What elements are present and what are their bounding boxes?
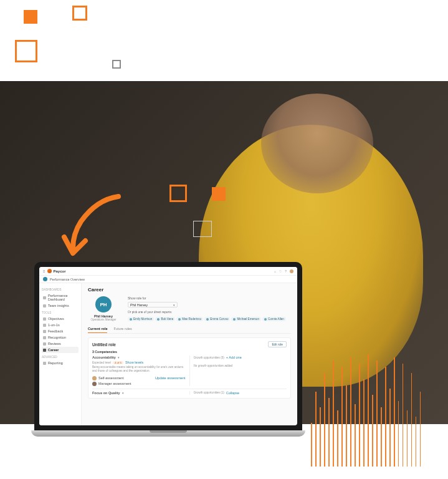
self-assessment-label: Self-assessment — [98, 376, 124, 380]
chip-label: Connie Allen — [268, 317, 284, 321]
chat-icon — [43, 324, 46, 327]
arrow-icon — [59, 193, 128, 262]
role-tabs: Current role Future roles — [88, 325, 291, 334]
help-icon[interactable]: ? — [285, 269, 287, 273]
report-chip[interactable]: Mae Rodericco — [176, 317, 203, 321]
target-icon — [43, 317, 46, 321]
sidebar: DASHBOARDS Performance Dashboard Team in… — [39, 283, 82, 425]
main-content: Career PH Phil Harvey Operations Manager… — [82, 283, 297, 425]
sidebar-item-label: Reviews — [48, 342, 61, 346]
feedback-icon — [43, 330, 46, 333]
report-icon — [43, 362, 46, 365]
brand-logo-icon — [47, 269, 52, 273]
sidebar-item-performance-dashboard[interactable]: Performance Dashboard — [42, 293, 79, 302]
report-chip[interactable]: Connie Allen — [262, 317, 286, 321]
app-window: ≡ Paycor ⌕ ♡ ? Performance Overview — [39, 267, 297, 425]
chip-label: Emma Coruso — [210, 317, 228, 321]
decor-scribble — [311, 354, 436, 479]
dashboard-icon — [43, 296, 46, 299]
profile-avatar: PH — [95, 296, 112, 312]
chevron-down-icon[interactable]: ▾ — [122, 391, 124, 395]
role-for-select[interactable]: Phil Harvey ▾ — [128, 302, 178, 307]
report-chip[interactable]: Emily Morrison — [128, 317, 154, 321]
sidebar-item-reviews[interactable]: Reviews — [42, 341, 79, 347]
chip-label: Michael Emerson — [237, 317, 259, 321]
sidebar-item-label: Recognition — [48, 336, 66, 339]
sidebar-item-label: Objectives — [48, 317, 64, 321]
expected-level-label: Expected level — [92, 361, 111, 364]
sidebar-item-team-insights[interactable]: Team insights — [42, 302, 79, 309]
show-levels-link[interactable]: Show levels — [125, 360, 143, 364]
page-title: Career — [88, 287, 291, 293]
sidebar-item-label: Career — [48, 348, 59, 352]
sidebar-item-label: Team insights — [48, 304, 69, 307]
tab-future-roles[interactable]: Future roles — [113, 325, 131, 333]
bell-icon[interactable]: ♡ — [279, 269, 282, 273]
avatar-dot-icon — [264, 318, 267, 321]
avatar-dot-icon — [130, 318, 132, 321]
role-card: Untitled role Edit role 3 Competencies A… — [88, 337, 291, 399]
report-chip[interactable]: Emma Coruso — [204, 317, 230, 321]
avatar-dot-icon — [233, 318, 236, 321]
decor-square-fill — [24, 10, 37, 24]
report-chip[interactable]: Michael Emerson — [231, 317, 261, 321]
brand: ≡ Paycor — [43, 269, 66, 273]
tab-current-role[interactable]: Current role — [88, 325, 107, 333]
role-for-value: Phil Harvey — [130, 303, 148, 307]
avatar[interactable] — [290, 269, 293, 273]
collapse-link[interactable]: Collapse — [226, 391, 239, 395]
decor-square-outline-orange — [169, 185, 187, 202]
update-assessment-link[interactable]: Update assessment — [155, 376, 186, 380]
avatar-dot-icon — [206, 318, 209, 321]
chip-label: Emily Morrison — [133, 317, 152, 321]
competency-name: Accountability — [92, 356, 116, 359]
decor-square-fill — [212, 187, 226, 201]
sidebar-item-label: Feedback — [48, 329, 63, 333]
career-icon — [43, 349, 46, 352]
sidebar-item-feedback[interactable]: Feedback — [42, 328, 79, 334]
decor-square-outline-orange — [15, 40, 37, 62]
hamburger-icon[interactable]: ≡ — [43, 269, 45, 273]
sidebar-item-career[interactable]: Career — [42, 347, 79, 353]
breadcrumb: Performance Overview — [39, 276, 297, 283]
breadcrumb-icon — [43, 277, 47, 281]
sidebar-item-objectives[interactable]: Objectives — [42, 316, 79, 322]
sidebar-item-recognition[interactable]: Recognition — [42, 334, 79, 341]
sidebar-group-label: ADVANCED — [42, 356, 79, 359]
decor-square-outline-dark — [193, 221, 212, 237]
role-for-hint: Or pick one of your direct reports: — [128, 311, 291, 314]
chevron-down-icon: ▾ — [173, 303, 175, 307]
star-icon — [43, 336, 46, 339]
level-badge: 4 of 5 — [113, 361, 123, 364]
growth-label: Growth opportunities (0) — [194, 356, 224, 359]
breadcrumb-text: Performance Overview — [50, 278, 85, 281]
avatar-dot-icon — [157, 318, 160, 321]
chip-label: Bob Vane — [161, 317, 173, 321]
sidebar-item-label: 1-on-1s — [48, 323, 60, 327]
decor-square-outline-orange — [72, 6, 87, 21]
sidebar-item-label: Reporting — [48, 361, 63, 365]
laptop-mockup: ≡ Paycor ⌕ ♡ ? Performance Overview — [31, 262, 305, 449]
competency-name: Focus on Quality — [92, 391, 120, 395]
profile-role: Operations Manager — [90, 318, 116, 321]
insights-icon — [43, 304, 46, 307]
card-title: Untitled role — [92, 342, 116, 347]
search-icon[interactable]: ⌕ — [274, 269, 276, 273]
brand-name: Paycor — [54, 269, 66, 273]
sidebar-item-reporting[interactable]: Reporting — [42, 360, 79, 366]
avatar-dot-icon — [178, 318, 181, 321]
chevron-down-icon[interactable]: ▾ — [118, 356, 120, 359]
competency-description: Being accountable means taking on accoun… — [92, 365, 186, 373]
manager-assessment-label: Manager assessment — [98, 382, 131, 385]
app-header: ≡ Paycor ⌕ ♡ ? — [39, 267, 297, 276]
decor-square-outline-gray — [112, 60, 121, 69]
avatar-icon — [92, 376, 97, 380]
edit-role-button[interactable]: Edit role — [268, 341, 287, 347]
chip-label: Mae Rodericco — [182, 317, 201, 321]
sidebar-group-label: DASHBOARDS — [42, 288, 79, 291]
avatar-icon — [92, 382, 97, 386]
report-chip[interactable]: Bob Vane — [155, 317, 175, 321]
sidebar-item-1on1s[interactable]: 1-on-1s — [42, 322, 79, 328]
growth-label: Growth opportunities (1) — [194, 391, 224, 394]
add-growth-link[interactable]: + Add one — [226, 356, 242, 359]
